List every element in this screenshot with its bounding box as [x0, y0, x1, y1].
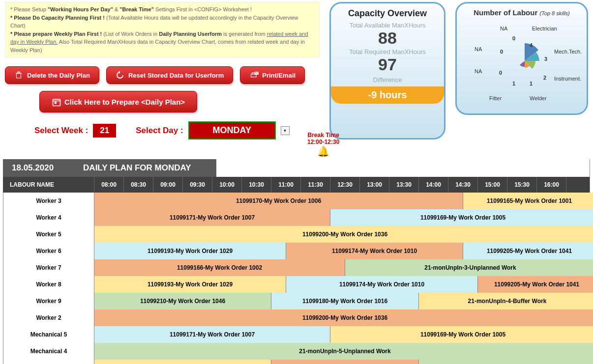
work-order-task[interactable]: 11099174-My Work Order 1010	[286, 243, 463, 259]
work-order-task[interactable]: 11099210-My Work Order 1046	[94, 293, 271, 309]
labour-skills-panel: Number of Labour (Top 8 skills) NA Elect…	[455, 2, 588, 115]
work-order-task[interactable]: 21-monUnpln-4-Buffer Work	[419, 293, 593, 309]
reset-data-button[interactable]: Reset Stored Data for Userform	[106, 66, 233, 84]
labour-name-cell: Worker 8	[3, 276, 94, 293]
prepare-daily-plan-button[interactable]: Click Here to Prepare <Daily Plan>	[39, 91, 197, 112]
setup-notice: * Please Setup "Working Hours Per Day" &…	[5, 2, 320, 57]
work-order-task[interactable]: 21-monUnpln-6-Buffer Work	[419, 360, 593, 364]
labour-name-cell: Worker 7	[3, 259, 94, 276]
schedule-row: Worker 611099193-My Work Order 102911099…	[3, 243, 590, 259]
select-week-label: Select Week :	[34, 126, 88, 136]
work-order-task[interactable]: 11099205-My Work Order 1041	[463, 243, 593, 259]
task-area: 11099171-My Work Order 100711099169-My W…	[94, 209, 593, 226]
work-order-task[interactable]: 11099174-My Work Order 1010	[286, 276, 478, 293]
bell-icon: 🔔	[307, 145, 339, 157]
task-area: 11099210-My Work Order 104611099180-My W…	[94, 293, 593, 309]
task-area: 11099193-My Work Order 102911099174-My W…	[94, 243, 593, 259]
schedule-row: Elect 111099210-My Work Order 1046110991…	[3, 360, 590, 364]
capacity-title: Capacity Overview	[335, 8, 440, 19]
work-order-task[interactable]: 11099193-My Work Order 1029	[94, 243, 286, 259]
calendar-icon	[52, 97, 60, 106]
work-order-task[interactable]: 11099210-My Work Order 1046	[94, 360, 271, 364]
print-email-button[interactable]: Print/Email	[240, 66, 305, 84]
svg-rect-8	[55, 102, 57, 104]
difference-value: -9 hours	[331, 86, 444, 104]
day-dropdown-toggle[interactable]: ▾	[281, 126, 290, 135]
delete-plan-button[interactable]: Delete the Daily Plan	[5, 66, 99, 84]
labour-name-cell: Elect 1	[3, 360, 94, 364]
day-value[interactable]: MONDAY	[188, 121, 276, 140]
break-time-indicator: Break Time 12:00-12:30 🔔	[307, 132, 339, 157]
time-slot-header	[566, 177, 593, 193]
capacity-overview-panel: Capacity Overview Total Available ManXHo…	[329, 2, 445, 140]
schedule-row: Worker 911099210-My Work Order 104611099…	[3, 293, 590, 309]
work-order-task[interactable]: 11099171-My Work Order 1007	[94, 209, 330, 226]
labour-name-cell: Worker 4	[3, 209, 94, 226]
time-slot-header: 11:30	[301, 177, 330, 193]
work-order-task[interactable]: 11099193-My Work Order 1029	[94, 276, 286, 293]
labour-name-cell: Mechanical 4	[3, 343, 94, 360]
svg-rect-0	[17, 73, 21, 78]
schedule-row: Worker 511099200-My Work Order 1036	[3, 226, 590, 243]
time-slot-header: 15:30	[507, 177, 537, 193]
schedule-row: Worker 311099170-My Work Order 100611099…	[3, 193, 590, 209]
work-order-task[interactable]: 11099165-My Work Order 1001	[463, 193, 593, 209]
task-area: 11099200-My Work Order 1036	[94, 226, 593, 243]
refresh-icon	[116, 71, 124, 80]
time-header-row: LABOUR NAME08:0008:3009:0009:3010:0010:3…	[3, 177, 590, 193]
schedule-row: Worker 811099193-My Work Order 102911099…	[3, 276, 590, 293]
work-order-task[interactable]: 11099169-My Work Order 1005	[330, 209, 593, 226]
time-slot-header: 11:00	[271, 177, 301, 193]
trash-icon	[14, 71, 23, 80]
work-order-task[interactable]: 11099170-My Work Order 1006	[94, 193, 463, 209]
task-area: 11099200-My Work Order 1036	[94, 309, 593, 326]
labour-name-cell: Worker 5	[3, 226, 94, 243]
work-order-task[interactable]: 21-monUnpln-3-Unplanned Work	[345, 259, 593, 276]
svg-marker-3	[118, 71, 120, 74]
time-slot-header: 08:00	[94, 177, 124, 193]
time-slot-header: 08:30	[124, 177, 153, 193]
work-order-task[interactable]: 11099180-My Work Order 1016	[271, 293, 419, 309]
plan-header: 18.05.2020 DAILY PLAN FOR MONDAY	[3, 159, 216, 177]
work-order-task[interactable]: 11099171-My Work Order 1007	[94, 326, 330, 343]
labour-name-header: LABOUR NAME	[3, 177, 94, 193]
time-slot-header: 10:30	[242, 177, 271, 193]
task-area: 11099193-My Work Order 102911099174-My W…	[94, 276, 593, 293]
labour-name-cell: Worker 6	[3, 243, 94, 259]
week-value[interactable]: 21	[93, 124, 116, 138]
labour-name-cell: Worker 3	[3, 193, 94, 209]
required-hours-value: 97	[335, 56, 440, 74]
work-order-task[interactable]: 11099169-My Work Order 1005	[330, 326, 593, 343]
labour-name-cell: Mechanical 5	[3, 326, 94, 343]
labour-radar-chart: NA Electrician NA Mech.Tech. NA Instrume…	[461, 17, 584, 105]
time-slot-header: 10:00	[212, 177, 242, 193]
work-order-task[interactable]: 21-monUnpln-5-Unplanned Work	[94, 343, 593, 360]
time-slot-header: 09:00	[153, 177, 183, 193]
time-slot-header: 13:30	[389, 177, 419, 193]
time-slot-header: 16:00	[537, 177, 566, 193]
work-order-task[interactable]: 11099200-My Work Order 1036	[94, 226, 593, 243]
task-area: 21-monUnpln-5-Unplanned Work	[94, 343, 593, 360]
time-slot-header: 13:00	[360, 177, 389, 193]
time-slot-header: 15:00	[478, 177, 507, 193]
task-area: 11099210-My Work Order 104611099180-My W…	[94, 360, 593, 364]
work-order-task[interactable]: 11099205-My Work Order 1041	[478, 276, 593, 293]
task-area: 11099170-My Work Order 100611099165-My W…	[94, 193, 593, 209]
schedule-row: Worker 211099200-My Work Order 1036	[3, 309, 590, 326]
time-slot-header: 14:30	[448, 177, 478, 193]
labour-name-cell: Worker 9	[3, 293, 94, 309]
task-area: 11099166-My Work Order 100221-monUnpln-3…	[94, 259, 593, 276]
select-day-label: Select Day :	[136, 126, 183, 136]
available-hours-value: 88	[335, 29, 440, 47]
labour-name-cell: Worker 2	[3, 309, 94, 326]
time-slot-header: 09:30	[183, 177, 212, 193]
task-area: 11099171-My Work Order 100711099169-My W…	[94, 326, 593, 343]
time-slot-header: 14:00	[419, 177, 448, 193]
work-order-task[interactable]: 11099166-My Work Order 1002	[94, 259, 345, 276]
schedule-row: Mechanical 511099171-My Work Order 10071…	[3, 326, 590, 343]
work-order-task[interactable]: 11099180-My Work Order 1016	[271, 360, 419, 364]
work-order-task[interactable]: 11099200-My Work Order 1036	[94, 309, 593, 326]
svg-rect-1	[18, 72, 20, 73]
printer-mail-icon	[249, 71, 258, 80]
time-slot-header: 12:30	[330, 177, 360, 193]
